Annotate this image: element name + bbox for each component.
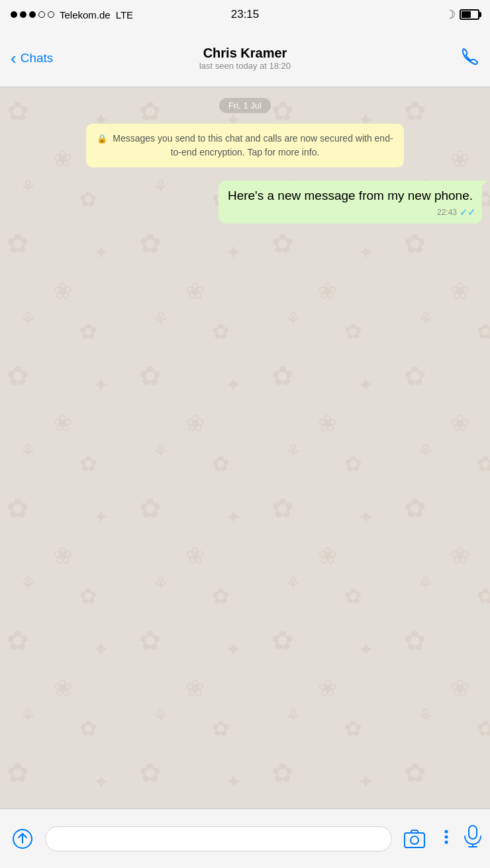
contact-name[interactable]: Chris Kramer bbox=[203, 46, 287, 61]
share-button[interactable] bbox=[8, 824, 37, 853]
chevron-left-icon: ‹ bbox=[11, 50, 17, 67]
call-button[interactable] bbox=[460, 46, 479, 70]
system-message-text: Messages you send to this chat and calls… bbox=[113, 133, 393, 157]
date-label-container: Fri, 1 Jul bbox=[8, 98, 482, 113]
more-options-button[interactable] bbox=[437, 830, 456, 848]
message-text: Here's a new message from my new phone. bbox=[228, 189, 473, 202]
battery-icon bbox=[460, 9, 479, 20]
carrier-label: Telekom.de bbox=[60, 9, 111, 21]
chat-area: Fri, 1 Jul 🔒 Messages you send to this c… bbox=[0, 87, 490, 808]
back-button[interactable]: ‹ Chats bbox=[11, 50, 53, 67]
message-time: 22:43 bbox=[437, 207, 457, 218]
back-label: Chats bbox=[21, 51, 54, 65]
header-center: Chris Kramer last seen today at 18:20 bbox=[199, 46, 291, 71]
status-left: Telekom.de LTE bbox=[11, 9, 133, 21]
signal-dot-2 bbox=[20, 11, 26, 18]
date-pill: Fri, 1 Jul bbox=[219, 98, 271, 113]
message-row: Here's a new message from my new phone. … bbox=[8, 181, 482, 224]
status-right: ☽ bbox=[445, 7, 479, 22]
bottom-bar bbox=[0, 808, 490, 868]
svg-point-6 bbox=[445, 840, 448, 844]
system-message[interactable]: 🔒 Messages you send to this chat and cal… bbox=[86, 124, 404, 167]
status-time: 23:15 bbox=[231, 8, 260, 21]
message-bubble: Here's a new message from my new phone. … bbox=[219, 181, 482, 224]
svg-rect-2 bbox=[405, 833, 424, 847]
nav-header: ‹ Chats Chris Kramer last seen today at … bbox=[0, 29, 490, 87]
svg-point-4 bbox=[445, 830, 448, 833]
svg-rect-7 bbox=[469, 826, 477, 839]
network-label: LTE bbox=[116, 9, 133, 21]
moon-icon: ☽ bbox=[445, 7, 456, 22]
signal-dot-1 bbox=[11, 11, 17, 18]
lock-icon: 🔒 bbox=[97, 134, 107, 144]
camera-button[interactable] bbox=[400, 824, 429, 853]
message-meta: 22:43 ✓✓ bbox=[437, 206, 475, 220]
battery-fill bbox=[462, 11, 471, 18]
svg-point-5 bbox=[445, 835, 448, 838]
last-seen-label: last seen today at 18:20 bbox=[199, 61, 291, 71]
status-bar: Telekom.de LTE 23:15 ☽ bbox=[0, 0, 490, 29]
signal-dot-3 bbox=[29, 11, 36, 18]
signal-dot-5 bbox=[48, 11, 54, 18]
signal-dot-4 bbox=[38, 11, 45, 18]
mic-button[interactable] bbox=[464, 825, 482, 852]
read-receipt-icon: ✓✓ bbox=[460, 206, 475, 220]
svg-point-3 bbox=[411, 836, 418, 844]
message-input[interactable] bbox=[45, 826, 392, 851]
